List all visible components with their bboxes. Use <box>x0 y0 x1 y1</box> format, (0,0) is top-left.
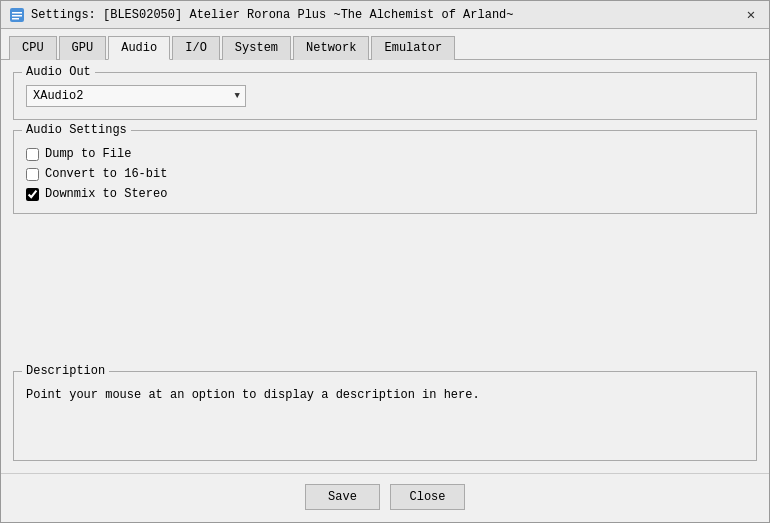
downmix-stereo-item[interactable]: Downmix to Stereo <box>26 187 744 201</box>
convert-16bit-item[interactable]: Convert to 16-bit <box>26 167 744 181</box>
content-spacer <box>13 224 757 361</box>
audio-out-dropdown-wrapper: XAudio2 OpenAL Null <box>26 85 246 107</box>
tab-cpu[interactable]: CPU <box>9 36 57 60</box>
description-text: Point your mouse at an option to display… <box>26 386 744 404</box>
svg-rect-3 <box>12 18 19 20</box>
audio-settings-group: Audio Settings Dump to File Convert to 1… <box>13 130 757 214</box>
dump-to-file-label: Dump to File <box>45 147 131 161</box>
tab-network[interactable]: Network <box>293 36 369 60</box>
tab-system[interactable]: System <box>222 36 291 60</box>
convert-16bit-label: Convert to 16-bit <box>45 167 167 181</box>
settings-window: Settings: [BLES02050] Atelier Rorona Plu… <box>0 0 770 523</box>
content-area: Audio Out XAudio2 OpenAL Null Audio Sett… <box>1 60 769 473</box>
checkbox-group: Dump to File Convert to 16-bit Downmix t… <box>26 147 744 201</box>
dump-to-file-checkbox[interactable] <box>26 148 39 161</box>
tab-gpu[interactable]: GPU <box>59 36 107 60</box>
audio-out-dropdown[interactable]: XAudio2 OpenAL Null <box>26 85 246 107</box>
button-bar: Save Close <box>1 473 769 522</box>
svg-rect-1 <box>12 12 22 14</box>
dump-to-file-item[interactable]: Dump to File <box>26 147 744 161</box>
downmix-stereo-checkbox[interactable] <box>26 188 39 201</box>
title-bar: Settings: [BLES02050] Atelier Rorona Plu… <box>1 1 769 29</box>
convert-16bit-checkbox[interactable] <box>26 168 39 181</box>
window-title: Settings: [BLES02050] Atelier Rorona Plu… <box>31 8 741 22</box>
description-group: Description Point your mouse at an optio… <box>13 371 757 461</box>
tab-io[interactable]: I/O <box>172 36 220 60</box>
tab-emulator[interactable]: Emulator <box>371 36 455 60</box>
audio-out-dropdown-container: XAudio2 OpenAL Null <box>26 85 744 107</box>
save-button[interactable]: Save <box>305 484 380 510</box>
audio-out-label: Audio Out <box>22 65 95 79</box>
tab-bar: CPU GPU Audio I/O System Network Emulato… <box>1 29 769 60</box>
audio-settings-label: Audio Settings <box>22 123 131 137</box>
close-button[interactable]: Close <box>390 484 465 510</box>
description-label: Description <box>22 364 109 378</box>
svg-rect-2 <box>12 15 22 17</box>
audio-out-group: Audio Out XAudio2 OpenAL Null <box>13 72 757 120</box>
window-icon <box>9 7 25 23</box>
downmix-stereo-label: Downmix to Stereo <box>45 187 167 201</box>
close-window-button[interactable]: ✕ <box>741 5 761 25</box>
tab-audio[interactable]: Audio <box>108 36 170 60</box>
